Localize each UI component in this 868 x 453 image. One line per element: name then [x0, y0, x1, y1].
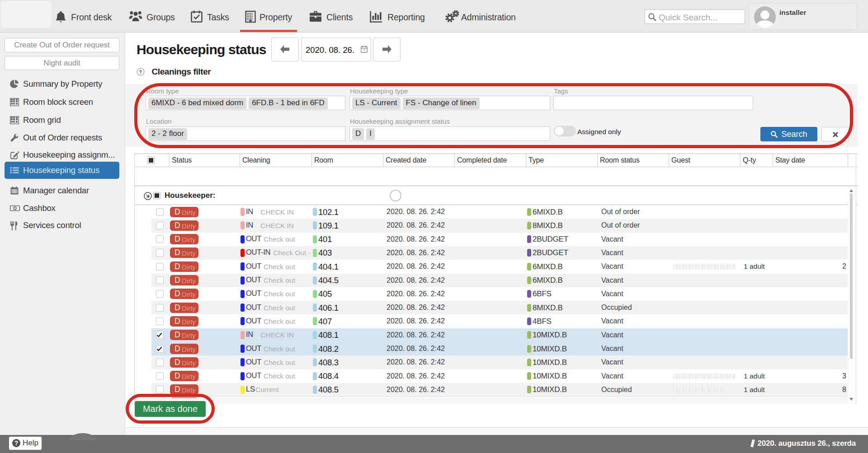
svg-text:7: 7	[363, 48, 365, 52]
svg-text:1: 1	[14, 206, 16, 210]
